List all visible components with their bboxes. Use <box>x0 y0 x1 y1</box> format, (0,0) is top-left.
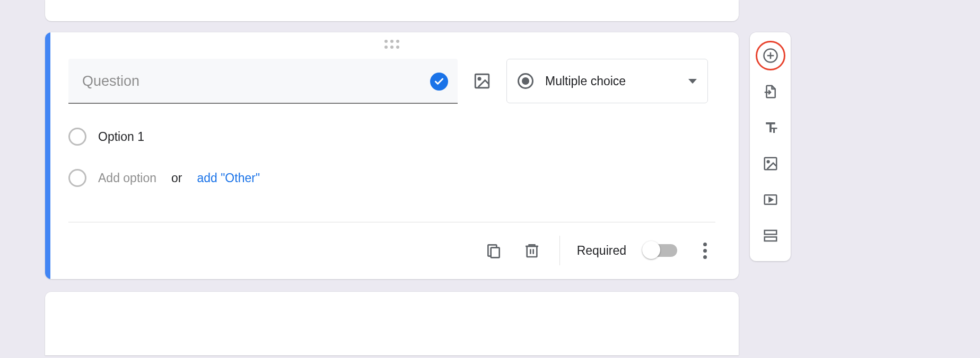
question-title-input[interactable] <box>68 59 458 104</box>
radio-outline-icon <box>68 169 86 187</box>
svg-marker-13 <box>769 198 772 202</box>
add-option-button[interactable]: Add option <box>98 171 156 185</box>
more-options-button[interactable] <box>694 240 715 261</box>
text-icon <box>763 120 778 136</box>
vertical-divider <box>559 236 560 265</box>
add-other-button[interactable]: add "Other" <box>197 171 260 185</box>
section-icon <box>763 228 778 244</box>
required-label: Required <box>577 244 626 258</box>
suggestions-chip[interactable] <box>430 73 448 91</box>
drag-handle-icon[interactable] <box>384 40 399 49</box>
option-row[interactable]: Option 1 <box>68 128 260 146</box>
svg-rect-14 <box>764 230 776 235</box>
plus-circle-icon <box>763 48 778 64</box>
checkmark-icon <box>434 76 444 87</box>
svg-rect-15 <box>764 237 776 241</box>
import-file-icon <box>763 84 778 100</box>
question-card: Multiple choice Option 1 Add option or a… <box>45 32 739 279</box>
add-image-button[interactable] <box>471 70 493 92</box>
question-row: Multiple choice <box>68 59 715 104</box>
next-card-peek <box>45 292 739 355</box>
svg-rect-2 <box>491 248 499 258</box>
image-icon <box>473 72 491 90</box>
video-icon <box>763 192 778 208</box>
add-option-row: Add option or add "Other" <box>68 169 260 187</box>
svg-point-1 <box>478 78 480 80</box>
chevron-down-icon <box>688 79 697 84</box>
side-toolbar <box>750 32 791 261</box>
trash-icon <box>523 242 540 259</box>
question-input-container <box>68 59 458 104</box>
options-list: Option 1 Add option or add "Other" <box>68 128 260 210</box>
import-questions-button[interactable] <box>756 77 785 106</box>
question-type-label: Multiple choice <box>545 74 677 88</box>
duplicate-icon <box>485 242 502 259</box>
add-video-button[interactable] <box>756 185 785 214</box>
add-title-button[interactable] <box>756 113 785 142</box>
duplicate-button[interactable] <box>483 240 504 261</box>
radio-outline-icon <box>68 128 86 146</box>
add-question-button[interactable] <box>756 41 785 70</box>
required-toggle[interactable] <box>643 244 677 257</box>
previous-card-peek <box>45 0 739 21</box>
toggle-knob <box>642 241 660 259</box>
question-footer: Required <box>483 222 715 279</box>
input-underline <box>68 103 458 104</box>
or-text: or <box>171 171 182 185</box>
image-icon <box>763 156 778 172</box>
delete-button[interactable] <box>521 240 542 261</box>
radio-icon <box>518 73 533 89</box>
svg-rect-3 <box>527 246 537 257</box>
question-type-dropdown[interactable]: Multiple choice <box>506 59 708 103</box>
option-label[interactable]: Option 1 <box>98 130 144 144</box>
add-image-toolbar-button[interactable] <box>756 149 785 178</box>
add-section-button[interactable] <box>756 221 785 250</box>
selected-accent-bar <box>45 32 50 279</box>
svg-point-11 <box>767 160 769 163</box>
